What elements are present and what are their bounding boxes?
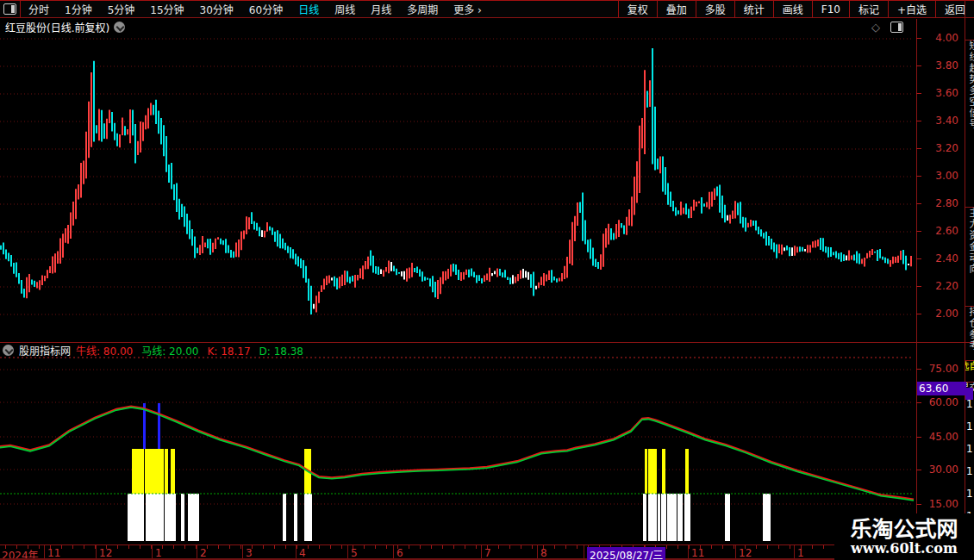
toolbar-buttons: 复权叠加多股统计画线F10标记+自选返回 xyxy=(618,1,974,17)
menu-item-15分钟[interactable]: 15分钟 xyxy=(142,2,191,16)
month-label: 1 xyxy=(155,547,162,559)
date-minor-tick xyxy=(330,545,331,549)
toolbar-button-复权[interactable]: 复权 xyxy=(618,1,657,17)
top-menu-bar: 分时1分钟5分钟15分钟30分钟60分钟日线周线月线多周期更多 › 复权叠加多股… xyxy=(0,0,974,18)
month-divider xyxy=(393,545,394,559)
right-vertical-toolbar[interactable]: 短线趋势多空信号主力资金动向持仓参考自选交易11111111 xyxy=(965,19,974,560)
month-divider xyxy=(347,545,348,559)
month-label: 1 xyxy=(797,547,804,559)
month-divider xyxy=(794,545,795,559)
indicator-param-牛线: 牛线: 80.00 xyxy=(76,345,133,358)
menu-item-5分钟[interactable]: 5分钟 xyxy=(100,2,143,16)
axis-tick xyxy=(916,148,921,149)
date-minor-tick xyxy=(409,545,409,549)
axis-tick xyxy=(916,470,921,470)
axis-tick xyxy=(916,93,921,94)
right-toolbar-item[interactable]: 持仓参考 xyxy=(965,306,974,358)
menu-item-日线[interactable]: 日线 xyxy=(290,2,327,16)
date-minor-tick xyxy=(207,545,208,549)
date-minor-tick xyxy=(812,545,813,549)
watermark-site-name: 乐淘公式网 xyxy=(850,518,958,541)
watermark-site-url: www.60lt.com xyxy=(851,541,958,557)
toolbar-button-标记[interactable]: 标记 xyxy=(849,1,888,17)
date-minor-tick xyxy=(722,545,723,549)
month-divider xyxy=(296,545,297,559)
split-panel-icon[interactable] xyxy=(890,22,903,33)
right-strip-number: 1 xyxy=(966,420,973,432)
month-divider xyxy=(197,545,197,559)
price-axis-label: 2.20 xyxy=(921,280,958,292)
toolbar-button-返回[interactable]: 返回 xyxy=(935,1,974,17)
split-panel-icon[interactable] xyxy=(3,3,16,15)
indicator-header: 股朋指标网 牛线: 80.00马线: 20.00K: 18.17D: 18.38 xyxy=(0,344,312,357)
date-minor-tick xyxy=(509,545,510,549)
date-minor-tick xyxy=(229,545,230,549)
right-strip-number: 1 xyxy=(966,443,973,455)
date-minor-tick xyxy=(532,545,533,549)
date-minor-tick xyxy=(521,545,521,549)
axis-tick xyxy=(916,65,921,66)
date-minor-tick xyxy=(442,545,443,549)
month-divider xyxy=(688,545,689,559)
menu-item-周线[interactable]: 周线 xyxy=(327,2,363,16)
toolbar-button-画线[interactable]: 画线 xyxy=(773,1,812,17)
month-label: 7 xyxy=(484,547,491,559)
axis-tick xyxy=(916,314,921,314)
month-label: 6 xyxy=(396,547,403,559)
toolbar-button-统计[interactable]: 统计 xyxy=(734,1,773,17)
right-strip-number: 1 xyxy=(966,488,973,500)
main-candlestick-chart[interactable] xyxy=(0,35,916,342)
date-minor-tick xyxy=(240,545,241,549)
menu-item-月线[interactable]: 月线 xyxy=(363,2,399,16)
menu-item-60分钟[interactable]: 60分钟 xyxy=(241,2,290,16)
indicator-param-D: D: 18.38 xyxy=(259,345,303,358)
menu-item-更多 ›[interactable]: 更多 › xyxy=(446,2,490,16)
date-minor-tick xyxy=(375,545,376,549)
stock-title[interactable]: 红豆股份(日线.前复权) xyxy=(5,20,109,34)
indicator-params: 牛线: 80.00马线: 20.00K: 18.17D: 18.38 xyxy=(76,343,312,358)
chevron-down-circle-icon[interactable] xyxy=(3,345,14,356)
axis-tick xyxy=(916,504,921,505)
toolbar-button-F10[interactable]: F10 xyxy=(812,1,849,17)
menu-item-分时[interactable]: 分时 xyxy=(21,2,57,16)
date-minor-tick xyxy=(476,545,477,549)
date-minor-tick xyxy=(308,545,309,549)
toolbar-button-多股[interactable]: 多股 xyxy=(696,1,734,17)
month-label: 5 xyxy=(351,547,358,559)
month-label: 8 xyxy=(540,547,547,559)
month-divider xyxy=(735,545,736,559)
indicator-chart[interactable] xyxy=(0,343,916,544)
toolbar-button-+自选[interactable]: +自选 xyxy=(888,1,935,17)
date-minor-tick xyxy=(498,545,499,549)
price-axis-label: 3.20 xyxy=(921,142,958,154)
axis-tick xyxy=(916,286,921,287)
right-toolbar-item[interactable]: 自选 xyxy=(965,360,974,382)
chevron-down-circle-icon[interactable] xyxy=(114,22,125,33)
date-minor-tick xyxy=(39,545,40,549)
date-minor-tick xyxy=(386,545,387,549)
axis-tick xyxy=(916,402,921,403)
right-strip-number: 1 xyxy=(966,465,973,477)
date-minor-tick xyxy=(274,545,275,549)
right-toolbar-item[interactable]: 短线趋势多空信号 xyxy=(965,40,974,206)
date-minor-tick xyxy=(297,545,297,549)
title-bar-icons: ◇ xyxy=(871,22,907,33)
menu-item-1分钟[interactable]: 1分钟 xyxy=(57,2,100,16)
menu-item-30分钟[interactable]: 30分钟 xyxy=(192,2,241,16)
indicator-name[interactable]: 股朋指标网 xyxy=(19,343,71,358)
title-bar: 红豆股份(日线.前复权) ◇ xyxy=(0,19,914,34)
menu-item-多周期[interactable]: 多周期 xyxy=(399,2,446,16)
date-minor-tick xyxy=(677,545,678,549)
date-minor-tick xyxy=(117,545,118,549)
toolbar-button-叠加[interactable]: 叠加 xyxy=(657,1,696,17)
right-toolbar-item[interactable]: 主力资金动向 xyxy=(965,207,974,304)
price-axis-label: 2.00 xyxy=(921,308,958,320)
diamond-icon[interactable]: ◇ xyxy=(871,22,880,33)
date-minor-tick xyxy=(184,545,185,549)
price-axis-line xyxy=(916,19,917,560)
date-minor-tick xyxy=(61,545,62,549)
date-minor-tick xyxy=(431,545,432,549)
axis-tick xyxy=(916,258,921,259)
month-divider xyxy=(152,545,153,559)
indicator-axis-label: 75.00 xyxy=(921,363,958,375)
